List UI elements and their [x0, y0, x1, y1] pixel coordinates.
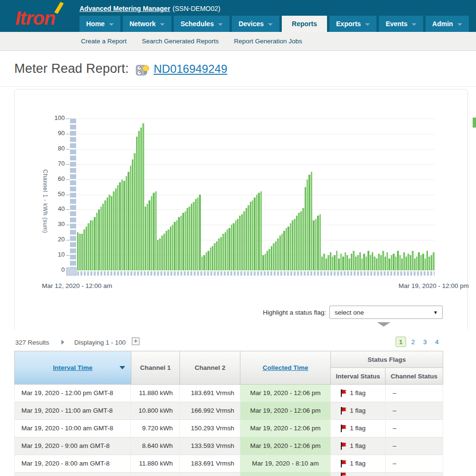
results-count: 327 Results — [15, 339, 49, 346]
nav-tab-label: Schedules — [180, 20, 214, 28]
chart-bar — [275, 241, 277, 270]
cell-interval-status: 1 flag — [331, 402, 386, 419]
chart-bar — [326, 258, 327, 271]
nav-tab-admin[interactable]: Admin — [426, 16, 469, 32]
cell-collected-time: Mar 19, 2020 - 12:06 pm — [240, 385, 331, 402]
chart-bar — [399, 255, 401, 270]
chart-bar — [281, 234, 283, 270]
table-header: Interval Time Channel 1 Channel 2 Collec… — [14, 351, 443, 385]
chart-collapse-chevron[interactable] — [377, 322, 390, 327]
chart-bar — [273, 243, 274, 270]
select-dropdown-arrow-icon: ▼ — [433, 310, 438, 315]
chart-bar — [401, 258, 403, 271]
interval-time-sort-link[interactable]: Interval Time — [53, 364, 92, 371]
cell-interval-time: Mar 19, 2020 - 9:00 am GMT-8 — [14, 437, 131, 455]
chart-bar — [332, 257, 333, 270]
chart-bar — [357, 255, 358, 270]
cell-interval-time: Mar 19, 2020 - 11:00 am GMT-8 — [14, 402, 131, 419]
pagination-page-4[interactable]: 4 — [435, 338, 439, 346]
cell-channel-1: 9.720 kWh — [131, 420, 180, 437]
subnav-search-generated-reports[interactable]: Search Generated Reports — [142, 38, 218, 45]
chart-bar — [294, 219, 295, 271]
chart-bar — [355, 257, 357, 270]
chart-bar — [203, 255, 205, 270]
column-header-collected-time[interactable]: Collected Time — [240, 351, 331, 385]
nav-tab-label: Events — [386, 20, 407, 28]
pagination-page-1[interactable]: 1 — [396, 337, 406, 347]
table-row: Mar 19, 2020 - 10:00 am GMT-8 9.720 kWh … — [14, 420, 443, 437]
flag-count-label: 1 flag — [350, 420, 366, 437]
cell-channel-2 — [180, 473, 240, 476]
y-axis-tick-mark — [66, 255, 69, 256]
chart-bar — [258, 193, 259, 270]
chart-bar — [296, 216, 298, 270]
chart-bar — [168, 229, 169, 270]
chart-horizontal-zoom-slider[interactable] — [77, 271, 435, 276]
chart-bar — [250, 202, 251, 270]
chart-bar — [345, 252, 346, 270]
chart-bar — [157, 240, 159, 270]
cell-interval-status: 1 flag — [331, 455, 386, 472]
nav-tab-network[interactable]: Network — [123, 16, 171, 32]
chart-bar — [195, 199, 197, 270]
cell-collected-time: Mar 19, 2020 - 8:10 am — [240, 455, 331, 472]
chart-bar — [254, 198, 255, 270]
chart-vertical-zoom-slider[interactable] — [70, 119, 76, 268]
column-header-interval-time[interactable]: Interval Time — [15, 351, 131, 385]
chart-bar — [363, 254, 365, 270]
pagination-page-2[interactable]: 2 — [411, 338, 415, 346]
cell-collected-time: Mar 19, 2020 - 12:06 pm — [240, 402, 331, 419]
chart-bar — [416, 257, 417, 270]
nav-tab-events[interactable]: Events — [379, 16, 423, 32]
chart-bar — [323, 254, 325, 270]
y-axis-tick-label: 80 — [46, 145, 65, 152]
chevron-down-icon — [365, 23, 370, 26]
chart-bar — [92, 220, 93, 270]
y-axis-tick-label: 70 — [46, 160, 65, 167]
page-title: Meter Read Report: — [14, 61, 129, 76]
expand-table-icon[interactable]: + — [132, 337, 139, 345]
cell-channel-1: 11.880 kWh — [131, 385, 180, 402]
pagination-page-3[interactable]: 3 — [423, 338, 427, 346]
nav-tab-reports[interactable]: Reports — [282, 16, 327, 32]
subnav-report-generation-jobs[interactable]: Report Generation Jobs — [234, 38, 302, 45]
nav-tab-devices[interactable]: Devices — [232, 16, 279, 32]
chart-bar — [159, 238, 160, 270]
chart-bar — [387, 252, 388, 270]
chart-bar — [374, 257, 375, 270]
chart-vertical-slider-handle[interactable] — [66, 268, 77, 276]
chart-bar — [98, 209, 99, 270]
chart-bar — [298, 213, 299, 270]
chart-bar — [313, 220, 314, 270]
chart-bar — [79, 234, 80, 270]
nav-tab-exports[interactable]: Exports — [329, 16, 377, 32]
chart-bar — [288, 227, 289, 271]
status-flag-select[interactable]: select one ▼ — [329, 306, 443, 319]
results-displaying: Displaying 1 - 100 — [74, 339, 126, 346]
nav-tab-schedules[interactable]: Schedules — [174, 16, 229, 32]
subnav-create-a-report[interactable]: Create a Report — [81, 38, 127, 45]
chart-bar — [286, 228, 287, 270]
chart-bar — [111, 196, 112, 270]
chart-bar — [231, 225, 232, 270]
flag-count-label: 1 flag — [350, 437, 366, 455]
chart-bar — [248, 205, 249, 270]
chart-bar — [138, 131, 139, 271]
chart-bar — [201, 257, 203, 270]
device-id-link[interactable]: ND016949249 — [154, 62, 228, 76]
collected-time-sort-link[interactable]: Collected Time — [263, 364, 308, 371]
chart-bar — [407, 254, 409, 270]
app-title-line: Advanced Metering Manager(SSN-DEMO02) — [79, 5, 220, 12]
app-title-link[interactable]: Advanced Metering Manager — [79, 5, 170, 12]
chart-bar — [307, 179, 308, 270]
y-axis-tick-label: 60 — [46, 175, 65, 182]
nav-tab-home[interactable]: Home — [79, 16, 120, 32]
chart-bar — [336, 251, 337, 271]
chart-bar — [220, 237, 222, 270]
chart-bar — [376, 258, 377, 271]
chart-bar — [418, 252, 419, 270]
y-axis-tick-mark — [66, 195, 69, 195]
chart-x-axis-start-label: Mar 12, 2020 - 12:00 am — [42, 282, 112, 289]
chart-bar — [241, 214, 243, 270]
cell-interval-status: 1 flag — [331, 420, 386, 437]
